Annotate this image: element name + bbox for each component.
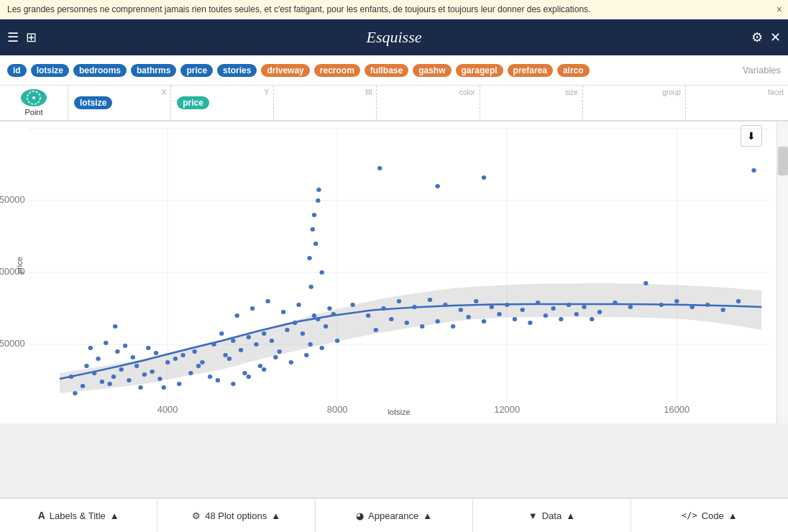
svg-point-122 — [435, 319, 439, 324]
svg-point-10 — [69, 375, 73, 379]
mapping-size[interactable]: size — [480, 86, 583, 120]
tab-labels-title[interactable]: A Labels & Title ▲ — [0, 499, 157, 532]
var-tag-gashw[interactable]: gashw — [413, 64, 451, 77]
svg-point-89 — [435, 184, 439, 188]
svg-point-88 — [377, 166, 382, 170]
var-tag-recroom[interactable]: recroom — [314, 64, 360, 77]
labels-title-icon: A — [38, 510, 45, 521]
var-tag-lotsize[interactable]: lotsize — [31, 64, 69, 77]
var-tag-id[interactable]: id — [7, 64, 27, 77]
plot-options-icon: ⚙ — [192, 510, 201, 521]
svg-point-28 — [146, 346, 150, 350]
svg-point-22 — [157, 377, 162, 381]
tab-plot-options[interactable]: ⚙ 48 Plot options ▲ — [157, 499, 315, 532]
svg-point-116 — [736, 299, 741, 303]
svg-point-52 — [277, 349, 281, 354]
svg-point-111 — [659, 303, 664, 307]
svg-point-21 — [150, 370, 154, 374]
field-tag-lotsize[interactable]: lotsize — [74, 96, 112, 109]
field-tag-price[interactable]: price — [177, 96, 209, 109]
variables-label: Variables — [743, 65, 781, 75]
app-title: Esquisse — [367, 28, 422, 47]
svg-point-46 — [231, 339, 235, 343]
appearance-icon: ◕ — [356, 510, 364, 521]
field-label-group: group — [662, 88, 681, 96]
chart-type-label: Point — [24, 108, 42, 116]
scrollbar[interactable] — [776, 121, 788, 423]
var-tag-fullbase[interactable]: fullbase — [365, 64, 408, 77]
svg-point-45 — [223, 353, 227, 357]
field-label-fill: fill — [365, 88, 372, 96]
svg-point-103 — [536, 301, 540, 305]
svg-point-64 — [281, 310, 285, 314]
mapping-facet[interactable]: facet — [686, 86, 788, 120]
svg-point-70 — [258, 364, 262, 368]
mapping-x[interactable]: X lotsize — [68, 86, 171, 120]
variables-bar: id lotsize bedrooms bathrms price storie… — [0, 55, 788, 86]
svg-point-50 — [262, 331, 266, 336]
svg-point-104 — [551, 306, 555, 311]
svg-point-114 — [705, 303, 710, 307]
mapping-group[interactable]: group — [583, 86, 686, 120]
data-label: Data — [542, 510, 562, 521]
svg-point-87 — [308, 285, 313, 289]
mapping-fill[interactable]: fill — [274, 86, 377, 120]
var-tag-price[interactable]: price — [180, 64, 213, 77]
svg-point-73 — [304, 353, 308, 357]
close-icon[interactable]: ✕ — [770, 29, 781, 45]
svg-point-107 — [597, 310, 602, 314]
svg-point-42 — [192, 349, 196, 354]
var-tag-driveway[interactable]: driveway — [261, 64, 309, 77]
scroll-thumb[interactable] — [778, 147, 788, 175]
svg-point-55 — [301, 331, 305, 336]
svg-point-84 — [316, 188, 321, 192]
svg-point-47 — [239, 348, 243, 352]
svg-point-48 — [247, 335, 251, 339]
mapping-color[interactable]: color — [377, 86, 480, 120]
svg-point-69 — [242, 371, 247, 375]
svg-point-126 — [497, 312, 501, 316]
var-tag-airco[interactable]: airco — [557, 64, 590, 77]
svg-point-85 — [307, 256, 311, 260]
svg-point-36 — [208, 375, 212, 379]
mapping-fields: X lotsize Y price fill color size group … — [68, 86, 788, 120]
var-tag-stories[interactable]: stories — [217, 64, 257, 77]
svg-text:4000: 4000 — [157, 405, 178, 414]
menu-icon[interactable]: ☰ — [7, 29, 19, 45]
svg-point-18 — [134, 364, 139, 368]
svg-point-83 — [313, 242, 318, 246]
appearance-label: Appearance — [368, 510, 418, 521]
chart-type-selector[interactable]: Point — [0, 86, 68, 120]
svg-point-72 — [289, 360, 293, 364]
var-tag-bathrms[interactable]: bathrms — [131, 64, 176, 77]
svg-point-40 — [123, 344, 127, 348]
app-header: ☰ ⊞ Esquisse ⚙ ✕ — [0, 19, 788, 55]
svg-point-120 — [405, 321, 409, 325]
svg-point-37 — [138, 385, 142, 390]
tab-code[interactable]: </> Code ▲ — [631, 499, 788, 532]
x-axis-label: lotsize — [388, 408, 410, 416]
var-tag-prefarea[interactable]: prefarea — [508, 64, 553, 77]
field-label-x: X — [161, 88, 166, 96]
svg-point-91 — [350, 303, 354, 307]
gear-icon[interactable]: ⚙ — [751, 29, 763, 45]
tab-appearance[interactable]: ◕ Appearance ▲ — [316, 499, 473, 532]
plot-options-arrow: ▲ — [271, 510, 280, 521]
svg-point-86 — [319, 270, 324, 275]
svg-point-105 — [567, 303, 571, 307]
main-area: ⬇ price — [0, 121, 788, 423]
tab-data[interactable]: ▼ Data ▲ — [473, 499, 631, 532]
mapping-y[interactable]: Y price — [171, 86, 274, 120]
var-tag-garagepl[interactable]: garagepl — [456, 64, 503, 77]
svg-point-61 — [234, 313, 239, 318]
svg-point-66 — [312, 313, 316, 318]
svg-point-95 — [412, 305, 416, 309]
svg-point-82 — [311, 227, 315, 231]
bottom-tabs: A Labels & Title ▲ ⚙ 48 Plot options ▲ ◕… — [0, 497, 788, 532]
field-label-facet: facet — [768, 88, 784, 96]
svg-point-20 — [142, 372, 147, 377]
var-tag-bedrooms[interactable]: bedrooms — [73, 64, 127, 77]
svg-point-125 — [482, 319, 486, 324]
banner-close[interactable]: × — [776, 4, 782, 15]
grid-icon[interactable]: ⊞ — [26, 29, 37, 45]
